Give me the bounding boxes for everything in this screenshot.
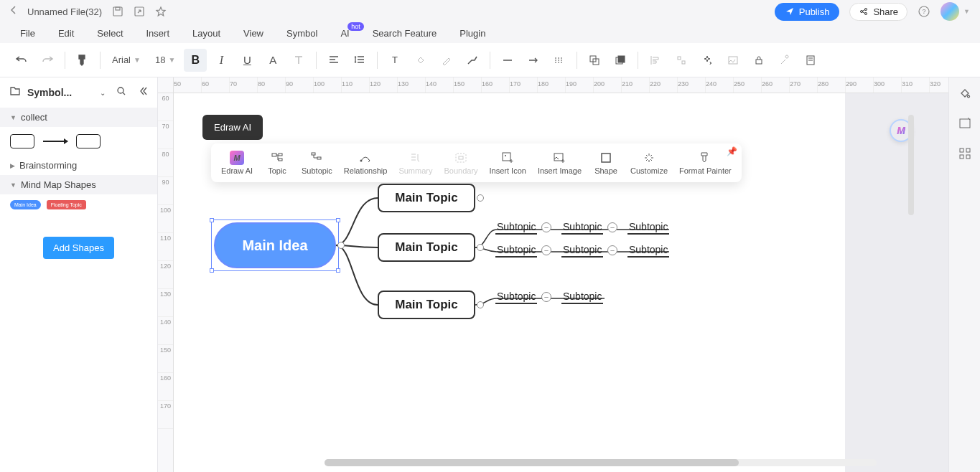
image-icon[interactable] [722, 49, 745, 72]
svg-rect-20 [279, 154, 282, 156]
textbox-icon[interactable]: T [383, 49, 406, 72]
menu-file[interactable]: File [9, 28, 47, 39]
boundary-icon [454, 151, 468, 165]
menu-edit[interactable]: Edit [47, 28, 85, 39]
scrollbar-vertical[interactable] [908, 115, 914, 215]
alignleft-icon[interactable] [644, 49, 667, 72]
node-subtopic[interactable]: Subtopic [561, 221, 603, 235]
node-main-topic-1[interactable]: Main Topic [378, 184, 475, 212]
node-subtopic[interactable]: Subtopic [561, 244, 603, 258]
align-icon[interactable] [322, 49, 345, 72]
italic-icon[interactable]: I [210, 49, 233, 72]
shape-rect-icon[interactable] [10, 134, 34, 148]
ft-edrawai[interactable]: MEdraw AI [217, 148, 257, 178]
fill-icon[interactable] [409, 49, 432, 72]
canvas[interactable]: Edraw AI 📌 MEdraw AI Topic Subtopic Rela… [174, 93, 948, 472]
menu-plugin[interactable]: Plugin [448, 28, 497, 39]
linestyle-icon[interactable] [496, 49, 519, 72]
underline-icon[interactable]: U [235, 49, 258, 72]
ft-inserticon[interactable]: Insert Icon [485, 148, 531, 178]
node-subtopic[interactable]: Subtopic [495, 221, 537, 235]
help-icon[interactable]: ? [918, 5, 930, 18]
distribute-icon[interactable] [670, 49, 693, 72]
group-icon[interactable] [583, 49, 606, 72]
shape-rect2-icon[interactable] [76, 134, 101, 148]
mm-floatingtopic-icon[interactable]: Floating Topic [47, 200, 86, 209]
scrollbar-horizontal[interactable] [325, 459, 877, 466]
fontsize-select[interactable]: 18▼ [149, 55, 181, 65]
expand-down-icon[interactable]: ⌄ [100, 89, 106, 97]
collapse-icon[interactable]: − [607, 245, 617, 255]
collapse-icon[interactable]: − [607, 222, 617, 232]
undo-icon[interactable] [10, 49, 33, 72]
avatar[interactable] [941, 2, 959, 21]
redo-icon[interactable] [36, 49, 59, 72]
ft-customize[interactable]: Customize [626, 148, 672, 178]
bold-icon[interactable]: B [184, 49, 207, 72]
node-main-topic-3[interactable]: Main Topic [378, 291, 475, 319]
avatar-chevron[interactable]: ▼ [963, 8, 970, 15]
font-select[interactable]: Arial▼ [106, 55, 146, 65]
paint-bucket-icon[interactable] [958, 86, 972, 103]
node-subtopic[interactable]: Subtopic [561, 291, 603, 304]
shape-arrow-icon[interactable] [43, 141, 67, 142]
add-shapes-button[interactable]: Add Shapes [43, 237, 114, 259]
mm-mainidea-icon[interactable]: Main Idea [10, 200, 41, 209]
format-painter-icon[interactable] [71, 49, 94, 72]
node-connector-dot[interactable] [477, 244, 484, 251]
topic-icon [270, 151, 284, 165]
star-icon[interactable] [155, 6, 167, 17]
tools-icon[interactable] [773, 49, 796, 72]
node-subtopic[interactable]: Subtopic [495, 291, 537, 304]
node-main-idea[interactable]: Main Idea [214, 222, 336, 268]
ft-shape[interactable]: Shape [589, 148, 623, 178]
collect-shapes [0, 127, 157, 156]
search-icon[interactable] [116, 85, 127, 100]
menu-symbol[interactable]: Symbol [275, 28, 329, 39]
pin-icon[interactable]: 📌 [727, 146, 737, 156]
menu-insert[interactable]: Insert [135, 28, 182, 39]
node-connector-dot[interactable] [337, 242, 345, 249]
menu-view[interactable]: View [232, 28, 275, 39]
highlight-icon[interactable] [435, 49, 458, 72]
ft-subtopic[interactable]: Subtopic [297, 148, 337, 178]
connector-icon[interactable] [461, 49, 484, 72]
menu-layout[interactable]: Layout [181, 28, 232, 39]
node-connector-dot[interactable] [477, 194, 484, 202]
ft-topic[interactable]: Topic [260, 148, 294, 178]
menu-select[interactable]: Select [85, 28, 134, 39]
collapse-icon[interactable]: − [541, 222, 551, 232]
menu-ai[interactable]: AIhot [329, 28, 360, 39]
export-icon[interactable] [134, 6, 145, 17]
grid-icon[interactable] [958, 146, 972, 164]
fontcolor-icon[interactable]: A [261, 49, 284, 72]
lock-icon[interactable] [747, 49, 770, 72]
publish-button[interactable]: Publish [775, 3, 840, 21]
linespace-icon[interactable] [348, 49, 371, 72]
ft-insertimage[interactable]: Insert Image [533, 148, 586, 178]
save-icon[interactable] [112, 6, 123, 17]
texttool-icon[interactable] [287, 49, 310, 72]
summary-icon [409, 151, 423, 165]
layers-icon[interactable] [609, 49, 632, 72]
back-icon[interactable] [10, 5, 17, 18]
component-icon[interactable] [958, 116, 972, 133]
node-main-topic-2[interactable]: Main Topic [378, 233, 475, 262]
page-icon[interactable] [799, 49, 822, 72]
collapse-icon[interactable]: − [541, 292, 551, 302]
node-subtopic[interactable]: Subtopic [627, 244, 669, 258]
dashstyle-icon[interactable] [548, 49, 571, 72]
ft-relationship[interactable]: Relationship [340, 148, 392, 178]
section-collect[interactable]: ▼collect [0, 108, 157, 127]
share-button[interactable]: Share [849, 3, 907, 21]
collapse-icon[interactable]: − [541, 245, 551, 255]
collapse-panel-icon[interactable] [137, 85, 149, 100]
section-mindmap[interactable]: ▼Mind Map Shapes [0, 175, 157, 194]
node-connector-dot[interactable] [477, 301, 484, 308]
arrowstyle-icon[interactable] [522, 49, 545, 72]
menu-search[interactable]: Search Feature [361, 28, 449, 39]
section-brainstorming[interactable]: ▶Brainstorming [0, 156, 157, 175]
node-subtopic[interactable]: Subtopic [627, 221, 669, 235]
effects-icon[interactable] [696, 49, 719, 72]
node-subtopic[interactable]: Subtopic [495, 244, 537, 258]
